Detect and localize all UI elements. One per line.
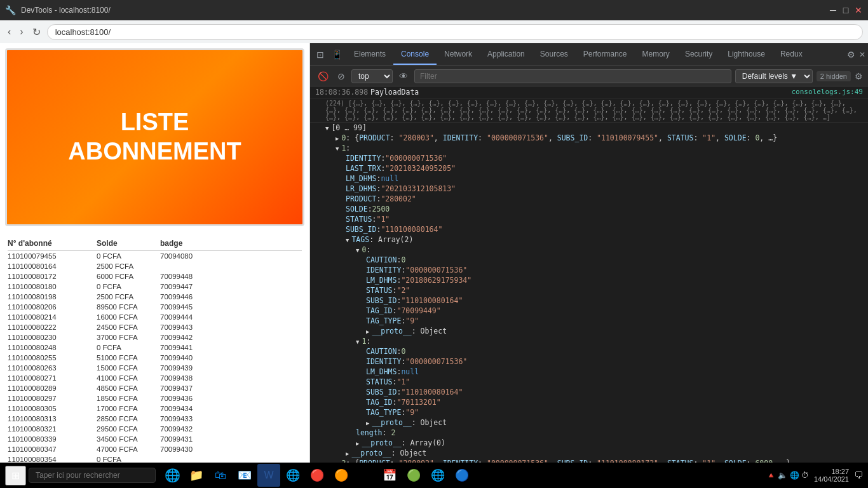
tags-array-proto-triangle[interactable]: [356, 438, 359, 447]
tag0-triangle[interactable]: [356, 245, 359, 254]
entry1-last-trx: LAST_TRX: "20210324095205": [310, 163, 868, 173]
minimize-button[interactable]: ─: [829, 6, 837, 15]
log-source[interactable]: consolelogs.js:49: [791, 88, 863, 96]
back-button[interactable]: ‹: [5, 24, 13, 40]
taskbar-app-blue[interactable]: 🔵: [451, 464, 473, 487]
row-solde: 0 FCFA: [97, 283, 160, 290]
clear-console-button[interactable]: 🚫: [315, 70, 331, 83]
context-selector[interactable]: top: [351, 69, 393, 83]
taskbar-app-chrome[interactable]: 🌐: [281, 464, 304, 487]
levels-select[interactable]: Default levels ▼: [735, 69, 813, 83]
taskbar-app-green[interactable]: 🟢: [402, 464, 425, 487]
taskbar-apps: 🌐 📁 🛍 📧 W 🌐 🔴 🟠 ✉ 📅 🟢 🌐 🔵: [161, 464, 473, 487]
row-solde: 47000 FCFA: [97, 445, 160, 453]
table-row: 110100080214 16000 FCFA 70099444: [8, 312, 302, 322]
row-solde: 34500 FCFA: [97, 435, 160, 443]
table-row: 110100080198 2500 FCFA 70099446: [8, 292, 302, 302]
table-row: 110100080347 47000 FCFA 70099430: [8, 444, 302, 454]
row-solde: 0 FCFA: [97, 252, 160, 260]
row-id: 110100080271: [8, 374, 97, 382]
console-settings-icon[interactable]: ⚙: [855, 71, 863, 81]
tags-line[interactable]: TAGS: Array(2): [310, 234, 868, 245]
taskbar-app-edge[interactable]: 🌐: [161, 464, 184, 487]
notification-icon[interactable]: 🗨: [854, 470, 863, 480]
no-error-button[interactable]: ⊘: [335, 70, 348, 83]
tag0-line[interactable]: 0:: [310, 245, 868, 255]
taskbar-app-store[interactable]: 🛍: [209, 464, 232, 487]
tab-elements[interactable]: Elements: [346, 44, 393, 65]
tab-memory[interactable]: Memory: [635, 44, 677, 65]
tab-sources[interactable]: Sources: [532, 44, 576, 65]
tag0-tag-id: TAG_ID: "70099449": [310, 306, 868, 316]
eye-icon[interactable]: 👁: [397, 70, 410, 83]
entry1-lm-dhms: LM_DHMS: null: [310, 173, 868, 184]
tab-application[interactable]: Application: [480, 44, 532, 65]
row-id: 110100080263: [8, 364, 97, 372]
inspect-icon[interactable]: ⊡: [313, 44, 328, 65]
settings-icon[interactable]: ⚙: [847, 50, 855, 60]
row-solde: 18500 FCFA: [97, 395, 160, 402]
row-solde: 17000 FCFA: [97, 405, 160, 412]
row-solde: 51000 FCFA: [97, 354, 160, 362]
reload-button[interactable]: ↻: [30, 24, 43, 41]
tag1-proto[interactable]: __proto__: Object: [310, 417, 868, 428]
tab-security[interactable]: Security: [677, 44, 720, 65]
taskbar-app-mail[interactable]: ✉: [354, 464, 377, 487]
table-body: 110100079455 0 FCFA 70094080 11010008016…: [8, 251, 302, 463]
tab-performance[interactable]: Performance: [576, 44, 635, 65]
taskbar-app-word[interactable]: W: [257, 464, 280, 487]
entry1-obj-proto-triangle[interactable]: [346, 449, 349, 458]
tags-array-proto[interactable]: __proto__: Array(0): [310, 438, 868, 448]
entry1-subs-id: SUBS_ID: "110100080164": [310, 224, 868, 234]
taskbar-app-calendar[interactable]: 📅: [378, 464, 401, 487]
tag0-identity: IDENTITY: "000000071536": [310, 265, 868, 275]
range-triangle[interactable]: [325, 123, 329, 132]
row-badge: 70099443: [160, 323, 217, 331]
mobile-icon[interactable]: 📱: [328, 44, 346, 65]
tab-console[interactable]: Console: [393, 44, 437, 65]
entry1-line[interactable]: 1:: [310, 143, 868, 153]
tags-triangle[interactable]: [346, 235, 349, 244]
taskbar-app-outlook[interactable]: 📧: [233, 464, 256, 487]
taskbar-time-display: 18:27: [831, 468, 849, 475]
close-button[interactable]: ✕: [854, 6, 863, 15]
row-badge: 70099439: [160, 364, 217, 372]
row-badge: 70099445: [160, 303, 217, 311]
maximize-button[interactable]: □: [841, 6, 850, 15]
entry0-line[interactable]: 0: {PRODUCT: "280003", IDENTITY: "000000…: [310, 133, 868, 143]
tab-lighthouse[interactable]: Lighthouse: [720, 44, 773, 65]
entry1-obj-proto[interactable]: __proto__: Object: [310, 448, 868, 458]
tag1-tag-type: TAG_TYPE: "9": [310, 407, 868, 417]
table-row: 110100080206 89500 FCFA 70099445: [8, 302, 302, 312]
taskbar-app-orange[interactable]: 🟠: [330, 464, 353, 487]
taskbar-app-red[interactable]: 🔴: [306, 464, 329, 487]
start-button[interactable]: ⊞: [5, 466, 26, 485]
tag0-proto[interactable]: __proto__: Object: [310, 326, 868, 336]
row-id: 110100080180: [8, 283, 97, 290]
tag1-line[interactable]: 1:: [310, 336, 868, 346]
console-output[interactable]: 18:08:36.898 PayloadData consolelogs.js:…: [310, 86, 868, 463]
row-id: 110100080289: [8, 384, 97, 392]
table-row: 110100080297 18500 FCFA 70099436: [8, 393, 302, 403]
hidden-count: 2 hidden: [817, 71, 851, 81]
tab-network[interactable]: Network: [437, 44, 480, 65]
devtools-close-icon[interactable]: ✕: [859, 50, 865, 59]
taskbar-search[interactable]: [29, 468, 156, 483]
taskbar-app-chrome2[interactable]: 🌐: [426, 464, 449, 487]
range-line[interactable]: [0 … 99]: [310, 123, 868, 133]
tag0-proto-triangle[interactable]: [366, 327, 369, 336]
url-input[interactable]: [47, 24, 863, 40]
forward-button[interactable]: ›: [17, 24, 25, 40]
row-solde: 15000 FCFA: [97, 364, 160, 372]
filter-input[interactable]: [414, 69, 731, 83]
entry1-triangle[interactable]: [336, 144, 339, 152]
tag1-triangle[interactable]: [356, 337, 359, 346]
entry0-triangle[interactable]: [336, 133, 339, 142]
table-row: 110100080180 0 FCFA 70099447: [8, 281, 302, 292]
entry2-line[interactable]: 2: {PRODUCT: "280002", IDENTITY: "000000…: [310, 458, 868, 463]
tag1-proto-triangle[interactable]: [366, 418, 369, 427]
tab-redux[interactable]: Redux: [773, 44, 810, 65]
taskbar-app-file[interactable]: 📁: [185, 464, 208, 487]
row-badge: 70099447: [160, 283, 217, 290]
entry1-lr-dhms: LR_DHMS: "202103312105813": [310, 184, 868, 194]
